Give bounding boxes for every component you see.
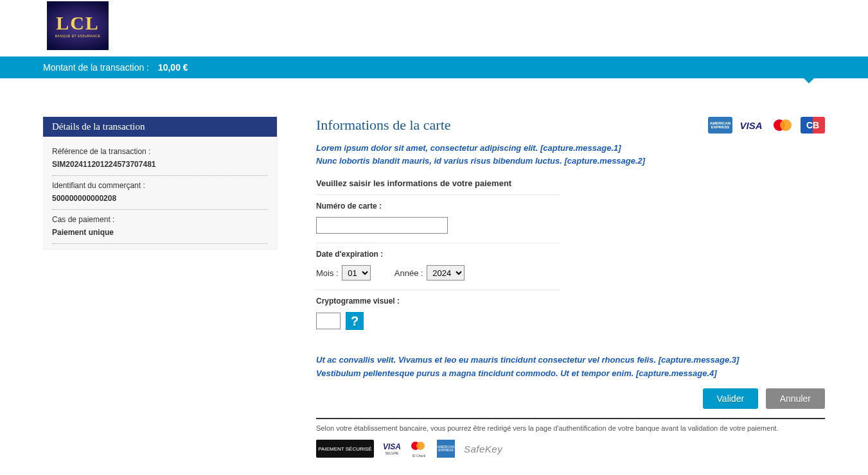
transaction-details-panel: Détails de la transaction Référence de l…	[43, 117, 278, 250]
detail-row-merchant: Identifiant du commerçant : 500000000000…	[52, 177, 268, 210]
submit-button[interactable]: Valider	[703, 388, 759, 409]
capture-message-2: Nunc lobortis blandit mauris, id varius …	[316, 155, 825, 167]
cb-icon: CB	[801, 117, 825, 134]
year-select[interactable]: 2024	[427, 265, 465, 281]
cvv-help-button[interactable]: ?	[346, 312, 364, 330]
form-instruction: Veuillez saisir les informations de votr…	[316, 178, 825, 188]
detail-row-case: Cas de paiement : Paiement unique	[52, 211, 268, 244]
redirect-notice: Selon votre établissement bancaire, vous…	[316, 423, 825, 434]
card-number-input[interactable]	[316, 217, 448, 234]
visa-icon: VISA	[739, 117, 763, 134]
month-select[interactable]: 01	[342, 265, 371, 281]
amount-value: 10,00 €	[158, 62, 188, 73]
year-label: Année :	[394, 268, 423, 278]
accepted-cards: AMERICAN EXPRESS VISA CB	[708, 117, 825, 134]
safekey-icon: SafeKey	[464, 444, 502, 454]
mastercard-idcheck-icon: ID Check	[410, 440, 428, 458]
amex-mini-icon: AMERICAN EXPRESS	[437, 440, 455, 458]
cancel-button[interactable]: Annuler	[766, 388, 825, 409]
card-number-label: Numéro de carte :	[316, 202, 560, 211]
capture-message-1: Lorem ipsum dolor sit amet, consectetur …	[316, 142, 825, 154]
case-value: Paiement unique	[52, 228, 268, 237]
transaction-amount-bar: Montant de la transaction : 10,00 €	[0, 56, 868, 78]
expiration-label: Date d'expiration :	[316, 250, 560, 259]
visa-secure-icon: VISA SECURE	[383, 440, 401, 458]
reference-value: SIM20241120122457370748​1	[52, 160, 268, 169]
logo-subtitle: BANQUE ET ASSURANCE	[55, 34, 101, 38]
amount-label: Montant de la transaction :	[43, 62, 149, 73]
capture-message-3: Ut ac convallis velit. Vivamus et leo eu…	[316, 354, 825, 366]
security-logos: PAIEMENT SÉCURISÉ VISA SECURE ID Check A…	[316, 440, 825, 458]
capture-message-4: Vestibulum pellentesque purus a magna ti…	[316, 368, 825, 379]
detail-row-reference: Référence de la transaction : SIM2024112…	[52, 143, 268, 176]
merchant-value: 500000000000208	[52, 194, 268, 203]
case-label: Cas de paiement :	[52, 215, 268, 224]
cvv-input[interactable]	[316, 313, 341, 329]
logo-text: LCL	[56, 13, 100, 33]
cvv-label: Cryptogramme visuel :	[316, 297, 560, 306]
mastercard-icon	[770, 117, 794, 134]
details-title: Détails de la transaction	[43, 117, 277, 137]
month-label: Mois :	[316, 268, 339, 278]
merchant-label: Identifiant du commerçant :	[52, 181, 268, 190]
header: LCL BANQUE ET ASSURANCE	[0, 0, 868, 56]
reference-label: Référence de la transaction :	[52, 147, 268, 156]
card-info-title: Informations de la carte	[316, 117, 451, 134]
secure-payment-badge: PAIEMENT SÉCURISÉ	[316, 440, 374, 458]
amex-icon: AMERICAN EXPRESS	[708, 117, 732, 134]
brand-logo: LCL BANQUE ET ASSURANCE	[47, 1, 109, 50]
